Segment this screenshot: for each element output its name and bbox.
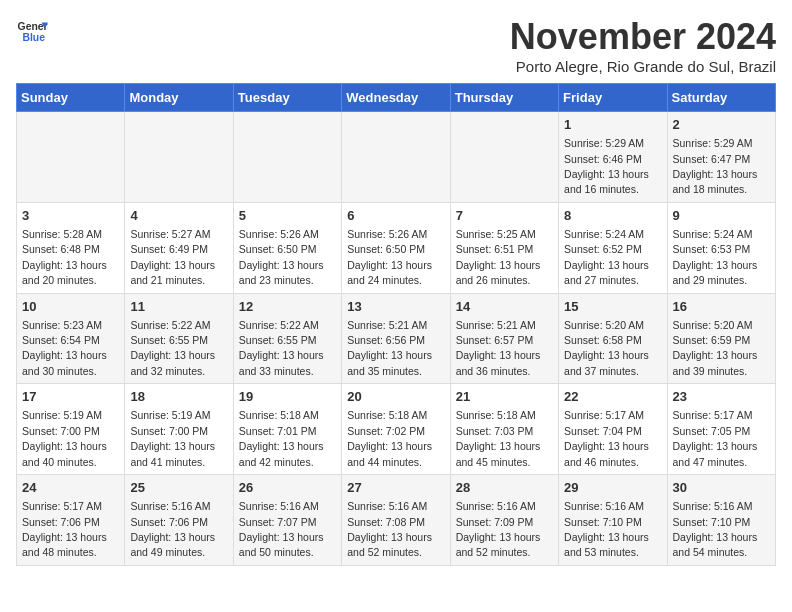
title-block: November 2024 Porto Alegre, Rio Grande d… [510,16,776,75]
day-info: Sunrise: 5:16 AM Sunset: 7:06 PM Dayligh… [130,500,215,558]
day-number: 21 [456,388,553,406]
day-info: Sunrise: 5:18 AM Sunset: 7:02 PM Dayligh… [347,409,432,467]
day-number: 10 [22,298,119,316]
day-cell: 10Sunrise: 5:23 AM Sunset: 6:54 PM Dayli… [17,293,125,384]
day-info: Sunrise: 5:22 AM Sunset: 6:55 PM Dayligh… [239,319,324,377]
day-cell: 11Sunrise: 5:22 AM Sunset: 6:55 PM Dayli… [125,293,233,384]
day-info: Sunrise: 5:29 AM Sunset: 6:47 PM Dayligh… [673,137,758,195]
day-cell: 5Sunrise: 5:26 AM Sunset: 6:50 PM Daylig… [233,202,341,293]
col-header-monday: Monday [125,84,233,112]
header-row: SundayMondayTuesdayWednesdayThursdayFrid… [17,84,776,112]
day-number: 9 [673,207,770,225]
day-number: 17 [22,388,119,406]
week-row-3: 10Sunrise: 5:23 AM Sunset: 6:54 PM Dayli… [17,293,776,384]
day-info: Sunrise: 5:27 AM Sunset: 6:49 PM Dayligh… [130,228,215,286]
day-number: 20 [347,388,444,406]
day-info: Sunrise: 5:16 AM Sunset: 7:10 PM Dayligh… [564,500,649,558]
day-cell: 19Sunrise: 5:18 AM Sunset: 7:01 PM Dayli… [233,384,341,475]
day-info: Sunrise: 5:18 AM Sunset: 7:01 PM Dayligh… [239,409,324,467]
day-cell: 27Sunrise: 5:16 AM Sunset: 7:08 PM Dayli… [342,475,450,566]
day-cell: 23Sunrise: 5:17 AM Sunset: 7:05 PM Dayli… [667,384,775,475]
header: General Blue November 2024 Porto Alegre,… [16,16,776,75]
day-cell: 14Sunrise: 5:21 AM Sunset: 6:57 PM Dayli… [450,293,558,384]
day-info: Sunrise: 5:16 AM Sunset: 7:10 PM Dayligh… [673,500,758,558]
day-info: Sunrise: 5:19 AM Sunset: 7:00 PM Dayligh… [130,409,215,467]
day-info: Sunrise: 5:19 AM Sunset: 7:00 PM Dayligh… [22,409,107,467]
week-row-5: 24Sunrise: 5:17 AM Sunset: 7:06 PM Dayli… [17,475,776,566]
day-info: Sunrise: 5:20 AM Sunset: 6:59 PM Dayligh… [673,319,758,377]
day-number: 2 [673,116,770,134]
day-number: 4 [130,207,227,225]
day-cell: 9Sunrise: 5:24 AM Sunset: 6:53 PM Daylig… [667,202,775,293]
day-info: Sunrise: 5:16 AM Sunset: 7:08 PM Dayligh… [347,500,432,558]
day-cell: 22Sunrise: 5:17 AM Sunset: 7:04 PM Dayli… [559,384,667,475]
day-cell: 29Sunrise: 5:16 AM Sunset: 7:10 PM Dayli… [559,475,667,566]
day-info: Sunrise: 5:21 AM Sunset: 6:56 PM Dayligh… [347,319,432,377]
day-number: 5 [239,207,336,225]
day-cell [450,112,558,203]
day-info: Sunrise: 5:25 AM Sunset: 6:51 PM Dayligh… [456,228,541,286]
day-info: Sunrise: 5:21 AM Sunset: 6:57 PM Dayligh… [456,319,541,377]
day-number: 29 [564,479,661,497]
day-info: Sunrise: 5:24 AM Sunset: 6:52 PM Dayligh… [564,228,649,286]
day-cell: 16Sunrise: 5:20 AM Sunset: 6:59 PM Dayli… [667,293,775,384]
day-cell [125,112,233,203]
col-header-saturday: Saturday [667,84,775,112]
logo: General Blue [16,16,48,48]
col-header-tuesday: Tuesday [233,84,341,112]
day-number: 28 [456,479,553,497]
logo-icon: General Blue [16,16,48,48]
day-number: 8 [564,207,661,225]
day-number: 1 [564,116,661,134]
day-cell: 15Sunrise: 5:20 AM Sunset: 6:58 PM Dayli… [559,293,667,384]
day-cell: 6Sunrise: 5:26 AM Sunset: 6:50 PM Daylig… [342,202,450,293]
day-info: Sunrise: 5:23 AM Sunset: 6:54 PM Dayligh… [22,319,107,377]
col-header-friday: Friday [559,84,667,112]
day-number: 24 [22,479,119,497]
day-number: 26 [239,479,336,497]
day-info: Sunrise: 5:16 AM Sunset: 7:07 PM Dayligh… [239,500,324,558]
day-number: 6 [347,207,444,225]
day-cell: 7Sunrise: 5:25 AM Sunset: 6:51 PM Daylig… [450,202,558,293]
day-cell: 13Sunrise: 5:21 AM Sunset: 6:56 PM Dayli… [342,293,450,384]
day-number: 14 [456,298,553,316]
subtitle: Porto Alegre, Rio Grande do Sul, Brazil [510,58,776,75]
day-info: Sunrise: 5:29 AM Sunset: 6:46 PM Dayligh… [564,137,649,195]
day-number: 7 [456,207,553,225]
day-info: Sunrise: 5:26 AM Sunset: 6:50 PM Dayligh… [239,228,324,286]
day-info: Sunrise: 5:17 AM Sunset: 7:04 PM Dayligh… [564,409,649,467]
day-number: 11 [130,298,227,316]
col-header-sunday: Sunday [17,84,125,112]
day-info: Sunrise: 5:18 AM Sunset: 7:03 PM Dayligh… [456,409,541,467]
day-number: 25 [130,479,227,497]
day-number: 15 [564,298,661,316]
day-cell: 30Sunrise: 5:16 AM Sunset: 7:10 PM Dayli… [667,475,775,566]
day-cell: 21Sunrise: 5:18 AM Sunset: 7:03 PM Dayli… [450,384,558,475]
day-cell [342,112,450,203]
day-cell: 18Sunrise: 5:19 AM Sunset: 7:00 PM Dayli… [125,384,233,475]
day-info: Sunrise: 5:26 AM Sunset: 6:50 PM Dayligh… [347,228,432,286]
week-row-2: 3Sunrise: 5:28 AM Sunset: 6:48 PM Daylig… [17,202,776,293]
week-row-1: 1Sunrise: 5:29 AM Sunset: 6:46 PM Daylig… [17,112,776,203]
day-info: Sunrise: 5:17 AM Sunset: 7:05 PM Dayligh… [673,409,758,467]
day-cell [17,112,125,203]
day-number: 12 [239,298,336,316]
day-info: Sunrise: 5:28 AM Sunset: 6:48 PM Dayligh… [22,228,107,286]
day-cell: 25Sunrise: 5:16 AM Sunset: 7:06 PM Dayli… [125,475,233,566]
day-number: 22 [564,388,661,406]
svg-text:Blue: Blue [22,32,45,43]
day-cell: 26Sunrise: 5:16 AM Sunset: 7:07 PM Dayli… [233,475,341,566]
day-cell: 4Sunrise: 5:27 AM Sunset: 6:49 PM Daylig… [125,202,233,293]
day-number: 16 [673,298,770,316]
day-cell: 17Sunrise: 5:19 AM Sunset: 7:00 PM Dayli… [17,384,125,475]
calendar-table: SundayMondayTuesdayWednesdayThursdayFrid… [16,83,776,566]
day-cell: 28Sunrise: 5:16 AM Sunset: 7:09 PM Dayli… [450,475,558,566]
day-info: Sunrise: 5:24 AM Sunset: 6:53 PM Dayligh… [673,228,758,286]
day-cell: 20Sunrise: 5:18 AM Sunset: 7:02 PM Dayli… [342,384,450,475]
day-info: Sunrise: 5:22 AM Sunset: 6:55 PM Dayligh… [130,319,215,377]
day-cell: 2Sunrise: 5:29 AM Sunset: 6:47 PM Daylig… [667,112,775,203]
main-title: November 2024 [510,16,776,58]
day-info: Sunrise: 5:20 AM Sunset: 6:58 PM Dayligh… [564,319,649,377]
day-number: 18 [130,388,227,406]
col-header-wednesday: Wednesday [342,84,450,112]
